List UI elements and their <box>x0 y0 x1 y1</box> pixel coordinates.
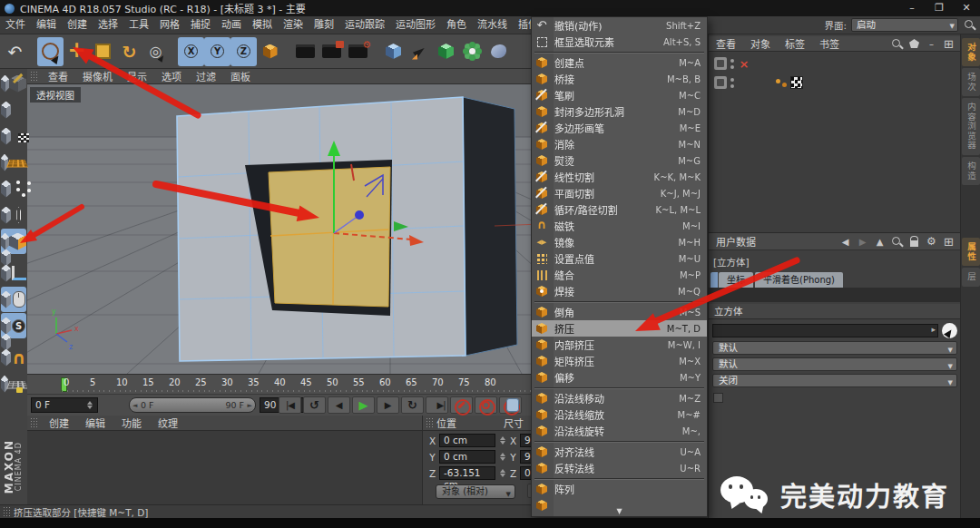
record-auto-icon[interactable] <box>475 396 497 414</box>
viewport-menu-item[interactable]: 过滤 <box>189 69 223 83</box>
add-deformer-button[interactable] <box>485 37 512 66</box>
pick-cursor-icon[interactable] <box>942 323 957 338</box>
dock-tab[interactable]: 属性 <box>962 238 980 266</box>
tool-button[interactable] <box>169 37 178 66</box>
viewport-menu-item[interactable]: 显示 <box>120 69 154 83</box>
lock-x-axis-button[interactable]: X <box>178 37 204 66</box>
context-menu-item[interactable]: 设置点值 M~U <box>532 250 707 267</box>
viewport-menu-item[interactable]: 查看 <box>41 69 75 83</box>
enable-axis-tool[interactable] <box>1 260 26 286</box>
context-menu-item[interactable]: 框显选取元素 Alt+S, S <box>532 34 707 50</box>
home-icon[interactable] <box>907 37 921 51</box>
viewport-solo-tool[interactable] <box>1 287 26 312</box>
prev-frame-icon[interactable] <box>328 396 350 414</box>
add-primitive-button[interactable] <box>380 37 407 66</box>
context-menu-item[interactable]: 镜像 M~H <box>532 234 707 250</box>
context-menu-item[interactable]: 沿法线移动 M~Z <box>532 390 707 406</box>
model-mode-tool[interactable] <box>1 97 26 122</box>
context-menu-item[interactable]: 桥接 M~B, B <box>532 71 707 87</box>
live-selection-tool[interactable] <box>37 37 64 66</box>
attribute-dropdown[interactable]: 关闭 <box>712 374 957 387</box>
context-menu-item[interactable]: 沿法线旋转 M~, <box>532 423 707 439</box>
tool-button[interactable] <box>371 37 380 66</box>
panel-grip-icon[interactable] <box>30 417 38 428</box>
menubar-item[interactable]: 运动图形 <box>390 16 441 34</box>
state-dots-icon[interactable] <box>730 57 735 70</box>
move-tool[interactable] <box>64 37 90 66</box>
context-menu-item[interactable]: 倒角 M~S <box>532 304 707 320</box>
menubar-item[interactable]: 角色 <box>441 16 472 34</box>
points-mode-tool[interactable] <box>1 176 26 201</box>
viewport-label[interactable]: 透视视图 <box>30 87 81 103</box>
position-value-field[interactable]: 0 cm <box>439 434 495 447</box>
lock-z-axis-button[interactable]: Z <box>230 37 257 66</box>
up-icon[interactable] <box>873 235 887 249</box>
object-list[interactable] <box>709 53 961 232</box>
workplane-lock-tool[interactable] <box>1 371 26 396</box>
context-menu-item[interactable]: 多边形画笔 M~E <box>532 120 707 136</box>
menubar-item[interactable]: 动画 <box>216 16 247 34</box>
user-data-menu[interactable]: 用户数据 <box>709 234 756 249</box>
material-menu-item[interactable]: 创建 <box>41 416 77 430</box>
material-menu-item[interactable]: 编辑 <box>77 416 113 430</box>
texture-checker-icon[interactable] <box>790 76 803 89</box>
add-modeling-object-button[interactable] <box>459 37 485 66</box>
timeline-range-slider[interactable]: 0 F 90 F <box>129 397 256 413</box>
scale-tool[interactable] <box>90 37 116 66</box>
lock-y-axis-button[interactable]: Y <box>204 37 230 66</box>
tool-button[interactable] <box>28 37 37 66</box>
viewport-menu-item[interactable]: 面板 <box>223 69 258 83</box>
object-manager-menu-item[interactable]: 对象 <box>743 36 778 51</box>
menubar-item[interactable]: 文件 <box>0 16 31 34</box>
maximize-button[interactable]: ❐ <box>926 0 953 16</box>
add-generator-button[interactable] <box>433 37 459 66</box>
position-value-field[interactable]: 0 cm <box>439 450 495 464</box>
render-picture-viewer-button[interactable] <box>318 37 345 66</box>
forward-icon[interactable] <box>856 235 869 249</box>
timeline-scrollbar[interactable] <box>506 398 519 412</box>
position-value-field[interactable]: -63.151 cm <box>439 466 495 480</box>
menubar-item[interactable]: 网格 <box>154 16 185 34</box>
context-menu-item[interactable]: 挤压 M~T, D <box>532 320 707 337</box>
record-key-icon[interactable] <box>450 396 473 414</box>
material-menu-item[interactable]: 纹理 <box>150 416 186 430</box>
render-settings-button[interactable] <box>345 37 371 66</box>
context-menu-item[interactable]: 封闭多边形孔洞 M~D <box>532 103 707 120</box>
material-menu-item[interactable]: 功能 <box>113 416 150 430</box>
object-manager-menu-item[interactable]: 书签 <box>812 36 847 51</box>
search-icon[interactable] <box>890 235 904 249</box>
context-menu-item[interactable]: 缝合 M~P <box>532 267 707 283</box>
dock-tab[interactable]: 内容浏览器 <box>962 98 980 155</box>
menubar-item[interactable]: 工具 <box>123 16 154 34</box>
rotate-tool[interactable] <box>116 37 142 66</box>
context-menu-item[interactable]: 对齐法线 U~A <box>532 444 707 460</box>
object-row[interactable] <box>709 55 961 72</box>
menubar-item[interactable]: 雕刻 <box>309 16 339 34</box>
viewport-menu-item[interactable]: 选项 <box>154 69 189 83</box>
menubar-item[interactable]: 模拟 <box>247 16 278 34</box>
close-button[interactable]: ✕ <box>953 0 980 16</box>
tab-sliver[interactable] <box>710 272 718 288</box>
context-menu-item[interactable]: 创建点 M~A <box>532 54 707 71</box>
dock-tab[interactable]: 构造 <box>962 157 980 185</box>
context-menu-item[interactable]: 反转法线 U~R <box>532 460 707 476</box>
menubar-item[interactable]: 捕捉 <box>185 16 216 34</box>
search-icon[interactable] <box>890 37 904 51</box>
play-icon[interactable] <box>352 396 375 414</box>
minus-icon[interactable] <box>925 37 938 51</box>
state-dots-icon[interactable] <box>730 76 735 89</box>
context-menu-item[interactable]: 熨烫 M~G <box>532 152 707 169</box>
dock-tab[interactable]: 层 <box>962 268 980 287</box>
frame-icon[interactable] <box>942 37 956 51</box>
cube-object[interactable] <box>177 97 517 361</box>
attribute-tab[interactable]: 坐标 <box>719 272 753 288</box>
make-editable-tool[interactable] <box>1 71 26 96</box>
edit-icon[interactable] <box>714 57 727 70</box>
viewport-menu-item[interactable]: 摄像机 <box>75 69 120 83</box>
workplane-mode-tool[interactable] <box>1 150 26 175</box>
lock-icon[interactable] <box>907 235 921 249</box>
spinner-icon[interactable] <box>85 399 93 411</box>
menubar-item[interactable]: 渲染 <box>278 16 309 34</box>
edit-icon[interactable] <box>714 76 727 89</box>
material-dots-icon[interactable] <box>775 76 788 89</box>
